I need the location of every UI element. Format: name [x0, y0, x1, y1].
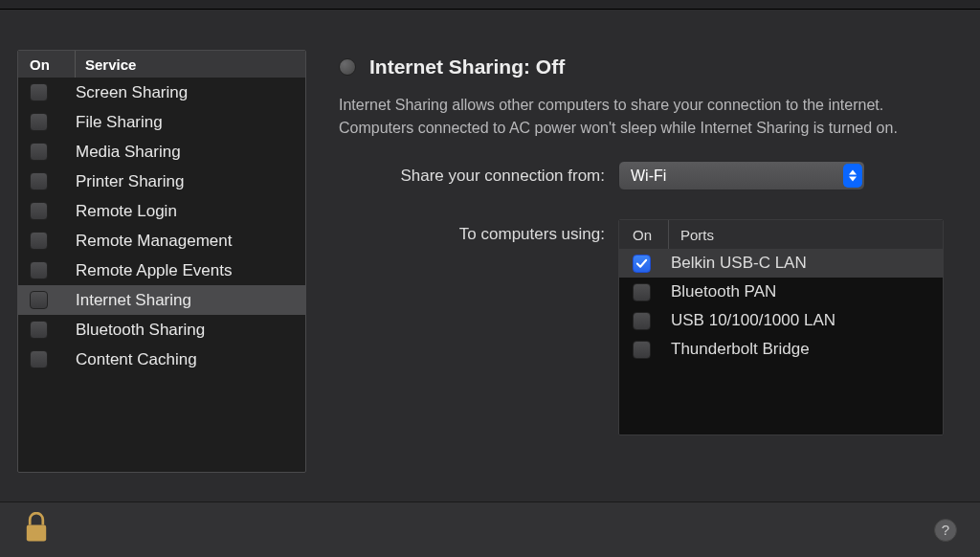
service-row[interactable]: Media Sharing [18, 137, 305, 167]
service-row[interactable]: File Sharing [18, 107, 305, 137]
port-row[interactable]: Bluetooth PAN [619, 278, 943, 306]
to-computers-label: To computers using: [339, 219, 618, 244]
services-header-on[interactable]: On [18, 51, 76, 78]
service-heading: Internet Sharing: Off [369, 56, 565, 78]
ports-table-header: On Ports [619, 220, 943, 249]
port-row[interactable]: USB 10/100/1000 LAN [619, 306, 943, 335]
service-description: Internet Sharing allows other computers … [339, 94, 923, 140]
port-label: Belkin USB-C LAN [671, 254, 807, 273]
service-checkbox[interactable] [30, 350, 48, 368]
services-header-service[interactable]: Service [76, 56, 136, 73]
service-label: Printer Sharing [76, 172, 184, 191]
share-from-label: Share your connection from: [339, 167, 618, 186]
title-bar-spacer [0, 0, 980, 10]
service-checkbox[interactable] [30, 321, 48, 339]
service-checkbox[interactable] [30, 202, 48, 220]
port-checkbox[interactable] [633, 255, 651, 273]
port-checkbox[interactable] [633, 341, 651, 359]
svg-rect-0 [27, 524, 46, 541]
service-checkbox[interactable] [30, 172, 48, 190]
service-row[interactable]: Screen Sharing [18, 78, 305, 107]
services-table: On Service Screen SharingFile SharingMed… [17, 50, 306, 473]
ports-header-on[interactable]: On [619, 220, 669, 249]
share-from-select[interactable]: Wi-Fi [618, 161, 865, 190]
service-checkbox[interactable] [30, 83, 48, 101]
service-row[interactable]: Printer Sharing [18, 167, 305, 196]
service-row[interactable]: Remote Apple Events [18, 256, 305, 285]
service-label: Remote Apple Events [76, 261, 232, 280]
service-row[interactable]: Remote Login [18, 196, 305, 226]
service-label: Internet Sharing [76, 291, 191, 310]
service-label: Remote Management [76, 232, 232, 251]
port-label: USB 10/100/1000 LAN [671, 311, 835, 330]
service-label: Media Sharing [76, 143, 181, 162]
ports-header-ports[interactable]: Ports [669, 227, 714, 243]
share-from-value: Wi-Fi [631, 167, 666, 185]
select-arrows-icon [843, 164, 862, 188]
service-label: File Sharing [76, 113, 163, 132]
lock-icon[interactable] [23, 512, 50, 548]
port-row[interactable]: Belkin USB-C LAN [619, 249, 943, 278]
services-table-header: On Service [18, 51, 305, 78]
service-label: Bluetooth Sharing [76, 321, 205, 340]
service-checkbox[interactable] [30, 232, 48, 250]
port-label: Bluetooth PAN [671, 282, 776, 301]
bottom-bar: ? [0, 501, 980, 557]
service-row[interactable]: Remote Management [18, 226, 305, 256]
service-checkbox[interactable] [30, 113, 48, 131]
service-row[interactable]: Internet Sharing [18, 285, 305, 315]
service-checkbox[interactable] [30, 261, 48, 279]
service-checkbox[interactable] [30, 143, 48, 161]
service-label: Screen Sharing [76, 83, 188, 102]
main-content: On Service Screen SharingFile SharingMed… [0, 10, 980, 473]
help-label: ? [942, 522, 949, 538]
service-label: Content Caching [76, 350, 197, 369]
service-checkbox[interactable] [30, 291, 48, 309]
service-row[interactable]: Bluetooth Sharing [18, 315, 305, 345]
service-detail-pane: Internet Sharing: Off Internet Sharing a… [339, 50, 953, 473]
port-label: Thunderbolt Bridge [671, 340, 810, 359]
help-button[interactable]: ? [934, 519, 957, 542]
service-row[interactable]: Content Caching [18, 345, 305, 374]
ports-table: On Ports Belkin USB-C LANBluetooth PANUS… [618, 219, 944, 435]
port-row[interactable]: Thunderbolt Bridge [619, 335, 943, 364]
service-label: Remote Login [76, 202, 177, 221]
service-status-indicator-icon [339, 58, 356, 76]
port-checkbox[interactable] [633, 283, 651, 301]
port-checkbox[interactable] [633, 312, 651, 330]
